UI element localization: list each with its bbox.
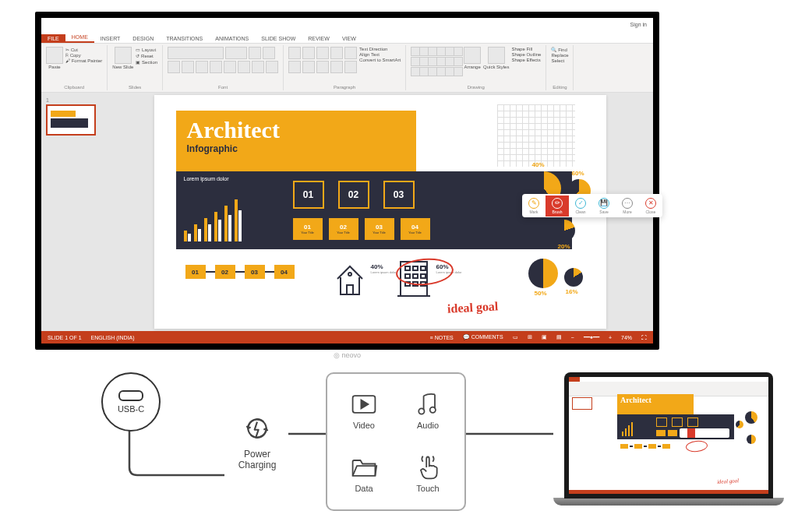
tab-view[interactable]: VIEW — [336, 34, 362, 43]
arrange-button[interactable]: Arrange — [464, 47, 481, 69]
font-color-button[interactable] — [266, 61, 278, 73]
group-label: Clipboard — [46, 84, 102, 90]
align-center-button[interactable] — [302, 61, 315, 73]
group-label: Font — [168, 84, 278, 90]
zoom-slider[interactable]: ━━●━━ — [584, 334, 599, 340]
indent-inc-button[interactable] — [330, 47, 343, 59]
numbering-button[interactable] — [302, 47, 315, 59]
shapes-gallery[interactable] — [411, 47, 461, 76]
grow-font-button[interactable] — [249, 47, 261, 59]
mini-red-circle — [685, 440, 708, 453]
strike-button[interactable] — [224, 61, 236, 73]
align-text-button[interactable]: Align Text — [359, 52, 401, 57]
view-normal-button[interactable]: ▭ — [513, 334, 518, 340]
mini-pie — [745, 411, 757, 424]
ribbon-tabs: FILE HOME INSERT DESIGN TRANSITIONS ANIM… — [41, 30, 653, 44]
tile-2: 02Your Title — [329, 218, 358, 240]
tab-home[interactable]: HOME — [65, 33, 94, 43]
align-right-button[interactable] — [316, 61, 329, 73]
annot-clean-button[interactable]: ✓Clean — [569, 196, 592, 217]
shape-fill-button[interactable]: Shape Fill — [511, 47, 541, 51]
tab-review[interactable]: REVIEW — [302, 34, 336, 43]
number-boxes: 01 02 03 — [293, 181, 415, 209]
shape-effects-button[interactable]: Shape Effects — [511, 58, 541, 62]
more-icon: ⋯ — [622, 198, 633, 209]
bullets-button[interactable] — [288, 47, 301, 59]
slide-canvas-area[interactable]: Architect Infographic Lorem ipsum dolor — [107, 93, 653, 331]
zoom-out-button[interactable]: − — [571, 335, 574, 340]
comments-button[interactable]: 💬 COMMENTS — [463, 334, 503, 340]
notes-button[interactable]: ≡ NOTES — [430, 335, 454, 340]
smartart-button[interactable]: Convert to SmartArt — [359, 58, 401, 62]
numbox-3: 03 — [383, 181, 415, 209]
mini-annot-toolbar — [680, 428, 729, 438]
new-slide-button[interactable]: New Slide — [112, 47, 133, 69]
laptop: Architect — [553, 372, 784, 508]
group-paragraph: Text Direction Align Text Convert to Sma… — [284, 45, 406, 90]
tab-transitions[interactable]: TRANSITIONS — [160, 34, 209, 43]
close-icon: ✕ — [645, 198, 656, 209]
tab-animations[interactable]: ANIMATIONS — [209, 34, 255, 43]
annot-more-button[interactable]: ⋯More — [616, 196, 639, 217]
tab-file[interactable]: FILE — [41, 34, 65, 43]
underline-button[interactable] — [196, 61, 208, 73]
indent-dec-button[interactable] — [316, 47, 329, 59]
reset-button[interactable]: ↺ Reset — [136, 53, 157, 58]
save-icon: 💾 — [598, 198, 609, 209]
zoom-in-button[interactable]: + — [609, 335, 612, 340]
sign-in-link[interactable]: Sign in — [630, 22, 647, 27]
line-spacing-button[interactable] — [344, 47, 357, 59]
text-direction-button[interactable]: Text Direction — [359, 47, 401, 51]
font-family-select[interactable] — [168, 47, 224, 59]
view-sorter-button[interactable]: ⊞ — [528, 334, 532, 340]
font-size-select[interactable] — [225, 47, 247, 59]
timeline-node: 01 — [185, 265, 206, 279]
laptop-base — [553, 498, 784, 506]
fit-button[interactable]: ⛶ — [641, 335, 647, 340]
pie-50 — [528, 259, 558, 288]
status-bar: SLIDE 1 OF 1 ENGLISH (INDIA) ≡ NOTES 💬 C… — [41, 331, 653, 344]
justify-button[interactable] — [330, 61, 343, 73]
mark-icon: ✎ — [528, 198, 539, 209]
tab-insert[interactable]: INSERT — [94, 34, 127, 43]
language-indicator[interactable]: ENGLISH (INDIA) — [91, 335, 135, 340]
tab-design[interactable]: DESIGN — [126, 34, 160, 43]
quick-styles-button[interactable]: Quick Styles — [483, 47, 509, 69]
annot-close-button[interactable]: ✕Close — [639, 196, 662, 217]
section-button[interactable]: ▣ Section — [136, 59, 157, 65]
case-button[interactable] — [252, 61, 264, 73]
group-label: Editing — [551, 84, 568, 90]
shape-outline-button[interactable]: Shape Outline — [511, 52, 541, 57]
shrink-font-button[interactable] — [263, 47, 275, 59]
paste-button[interactable]: Paste — [46, 47, 63, 69]
tiles-row: 01Your Title 02Your Title 03Your Title 0… — [293, 218, 430, 240]
svg-point-13 — [430, 407, 436, 413]
numbox-2: 02 — [338, 181, 369, 209]
annot-save-button[interactable]: 💾Save — [592, 196, 616, 217]
char-spacing-button[interactable] — [238, 61, 250, 73]
annot-brush-button[interactable]: ✏Brush — [546, 196, 569, 217]
view-reading-button[interactable]: ▣ — [542, 334, 547, 340]
cut-button[interactable]: ✂ Cut — [65, 47, 102, 52]
pie-50-label: 50% — [535, 290, 547, 297]
layout-button[interactable]: ▭ Layout — [136, 47, 157, 52]
view-slideshow-button[interactable]: ▤ — [556, 334, 562, 340]
timeline-node: 02 — [215, 265, 235, 279]
annot-mark-button[interactable]: ✎Mark — [522, 196, 546, 217]
columns-button[interactable] — [344, 61, 357, 73]
format-painter-button[interactable]: 🖌 Format Painter — [65, 58, 102, 63]
slide-thumbnail-1[interactable] — [46, 104, 96, 136]
touch-icon — [414, 453, 442, 481]
find-button[interactable]: 🔍 Find — [551, 47, 568, 52]
tab-slideshow[interactable]: SLIDE SHOW — [255, 34, 302, 43]
replace-button[interactable]: Replace — [551, 53, 568, 58]
italic-button[interactable] — [182, 61, 194, 73]
shadow-button[interactable] — [210, 61, 222, 73]
select-button[interactable]: Select — [551, 58, 568, 63]
bold-button[interactable] — [168, 61, 180, 73]
copy-button[interactable]: ⎘ Copy — [65, 53, 102, 58]
zoom-level[interactable]: 74% — [621, 335, 632, 340]
interactive-display-monitor: Sign in FILE HOME INSERT DESIGN TRANSITI… — [35, 12, 659, 350]
align-left-button[interactable] — [288, 61, 301, 73]
group-drawing: Arrange Quick Styles Shape Fill Shape Ou… — [406, 45, 546, 90]
